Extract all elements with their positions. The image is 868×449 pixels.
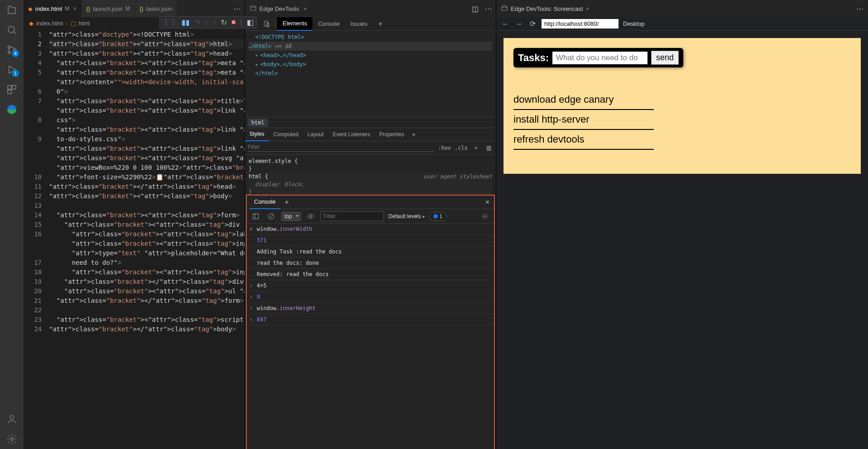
execution-context-select[interactable]: top	[281, 212, 301, 221]
edge-devtools-activity-icon[interactable]	[5, 103, 18, 116]
console-filter-input[interactable]	[321, 211, 384, 221]
device-emulation-icon[interactable]	[260, 18, 273, 30]
svg-point-18	[484, 215, 486, 217]
search-icon[interactable]	[5, 24, 18, 36]
log-levels-select[interactable]: Default levels	[388, 213, 425, 220]
devtools-column: Edge DevTools × ◫ ⋯ Elements Console Iss…	[245, 0, 496, 449]
console-drawer-tab[interactable]: Console	[249, 196, 280, 209]
preview-icon	[501, 5, 508, 13]
tab-tasks-json[interactable]: {} tasks.json	[135, 0, 177, 17]
svg-rect-5	[12, 86, 16, 89]
clear-console-icon[interactable]	[266, 211, 277, 222]
nav-back-icon[interactable]: ←	[501, 20, 510, 28]
task-input[interactable]	[552, 52, 647, 64]
tab-styles[interactable]: Styles	[245, 128, 269, 141]
console-message[interactable]: ›4+5	[247, 280, 494, 291]
panel-issues[interactable]: Issues	[345, 17, 373, 31]
dom-body-node[interactable]: ▸<body>…</body>	[249, 60, 492, 69]
screencast-more-icon[interactable]: ⋯	[852, 5, 868, 13]
tasks-label: Tasks:	[518, 52, 549, 64]
svg-point-1	[8, 46, 10, 48]
console-message[interactable]: ‹847	[247, 314, 494, 325]
pause-icon[interactable]: ▮▮	[182, 18, 190, 27]
devtools-toggle-icon[interactable]: ◧	[247, 18, 254, 27]
editor-tab-overflow[interactable]: ⋯	[230, 0, 245, 17]
nav-forward-icon[interactable]: →	[514, 20, 523, 28]
console-message[interactable]: Removed: read the docs	[247, 269, 494, 280]
svg-rect-4	[8, 86, 11, 89]
url-input[interactable]	[542, 19, 619, 29]
new-style-rule-icon[interactable]: +	[471, 143, 480, 153]
debug-badge: 1	[12, 70, 19, 77]
restart-icon[interactable]: ↻	[221, 18, 227, 27]
close-icon[interactable]: ×	[73, 5, 77, 12]
svg-rect-13	[264, 21, 268, 26]
send-button[interactable]: send	[651, 51, 679, 65]
split-editor-icon[interactable]: ◫	[472, 5, 479, 13]
preview-icon	[249, 5, 257, 13]
svg-point-9	[10, 416, 14, 419]
nav-reload-icon[interactable]: ⟳	[528, 19, 537, 28]
tab-launch-json[interactable]: {} launch.json M	[82, 0, 134, 17]
hov-toggle[interactable]: :hov	[438, 145, 451, 151]
more-actions-icon[interactable]: ⋯	[485, 5, 492, 13]
tab-computed[interactable]: Computed	[269, 128, 303, 141]
console-message[interactable]: ›window.innerHeight	[247, 303, 494, 314]
dom-breadcrumb[interactable]: html	[245, 117, 496, 128]
step-out-icon[interactable]: ↑	[213, 18, 216, 27]
task-item[interactable]: download edge canary	[513, 90, 654, 110]
close-icon[interactable]: ×	[303, 5, 307, 12]
screencast-tab[interactable]: Edge DevTools: Screencast ×	[496, 5, 594, 13]
console-toolbar: top Default levels 1	[247, 209, 494, 224]
source-control-icon[interactable]: 4	[5, 43, 18, 56]
console-sidebar-toggle-icon[interactable]	[250, 211, 261, 222]
svg-rect-15	[253, 214, 259, 219]
extensions-icon[interactable]	[5, 83, 18, 96]
run-debug-icon[interactable]: 1	[5, 63, 18, 76]
task-item[interactable]: refresh devtools	[513, 130, 654, 150]
close-icon[interactable]: ×	[586, 5, 590, 12]
console-close-icon[interactable]: ×	[481, 198, 494, 206]
console-message[interactable]: Adding Task :read the docs	[247, 246, 494, 258]
styles-pane[interactable]: element.style { } user agent stylesheet …	[245, 155, 496, 195]
tab-properties[interactable]: Properties	[375, 128, 409, 141]
console-add-tab[interactable]: +	[280, 198, 293, 206]
console-message[interactable]: read the docs: done	[247, 258, 494, 269]
add-panel[interactable]: +	[373, 17, 388, 31]
task-form: Tasks: send	[513, 48, 683, 67]
stop-icon[interactable]: ■	[231, 18, 236, 27]
cls-toggle[interactable]: .cls	[455, 145, 468, 151]
styles-toolbar: :hov .cls + ▥	[245, 141, 496, 155]
styles-overflow-icon[interactable]: »	[409, 131, 419, 138]
settings-gear-icon[interactable]	[5, 433, 18, 445]
step-over-icon[interactable]: ↷	[194, 18, 200, 27]
panel-console[interactable]: Console	[312, 17, 345, 31]
step-into-icon[interactable]: ↓	[205, 18, 208, 27]
live-expression-icon[interactable]	[305, 211, 316, 222]
device-mode-label[interactable]: Desktop	[623, 20, 645, 27]
screencast-nav-toolbar: ← → ⟳ Desktop	[496, 17, 868, 31]
devtools-tab[interactable]: Edge DevTools ×	[245, 5, 312, 13]
tab-index-html[interactable]: ◆ index.html M ×	[24, 0, 82, 17]
console-messages[interactable]: ×window.innerWidth 371 Adding Task :read…	[247, 224, 494, 449]
tab-layout[interactable]: Layout	[303, 128, 328, 141]
device-viewport: Tasks: send download edge canaryinstall …	[496, 31, 868, 449]
drag-handle-icon[interactable]: ⋮⋮	[163, 18, 177, 27]
code-editor[interactable]: 12345 67 8 9 10111213141516 171819202122…	[24, 29, 245, 449]
console-message[interactable]: 371	[247, 235, 494, 246]
computed-sidebar-icon[interactable]: ▥	[484, 143, 493, 153]
dom-head-node[interactable]: ▸<head>…</head>	[249, 51, 492, 60]
styles-filter-input[interactable]	[248, 144, 434, 150]
console-message[interactable]: ×window.innerWidth	[247, 224, 494, 235]
svg-point-0	[8, 26, 14, 33]
panel-elements[interactable]: Elements	[277, 17, 312, 31]
task-item[interactable]: install http-server	[513, 110, 654, 130]
explorer-icon[interactable]	[5, 4, 18, 16]
console-settings-icon[interactable]	[480, 211, 490, 222]
tab-event-listeners[interactable]: Event Listeners	[328, 128, 375, 141]
issues-pill[interactable]: 1	[429, 212, 447, 221]
svg-rect-6	[8, 90, 11, 94]
accounts-icon[interactable]	[5, 413, 18, 425]
dom-tree[interactable]: <!DOCTYPE html> …<html> == $0 ▸<head>…</…	[245, 31, 496, 117]
console-message[interactable]: ‹9	[247, 291, 494, 303]
